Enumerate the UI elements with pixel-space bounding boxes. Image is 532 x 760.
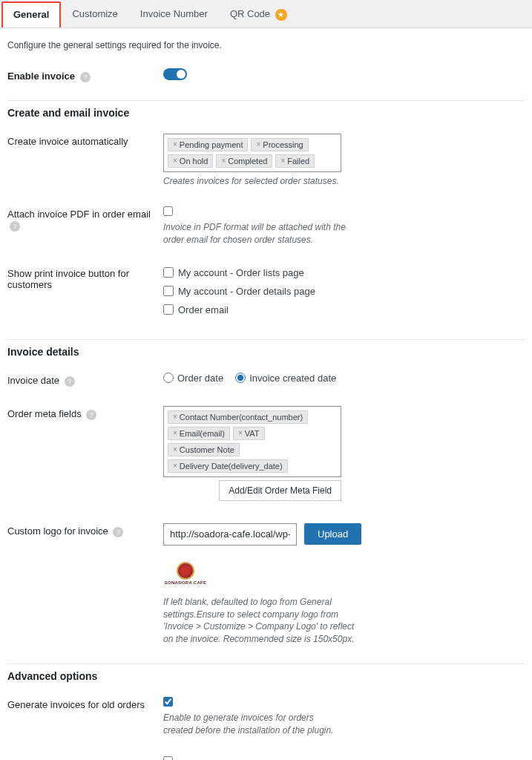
gen-old-checkbox[interactable]	[163, 697, 173, 707]
attach-pdf-helper: Invoice in PDF format will be attached w…	[163, 221, 349, 246]
close-icon[interactable]: ×	[173, 413, 177, 421]
close-icon[interactable]: ×	[173, 445, 177, 453]
help-icon[interactable]: ?	[86, 410, 96, 420]
custom-logo-label: Custom logo for invoice	[7, 525, 108, 537]
tabs-bar: General Customize Invoice Number QR Code…	[0, 0, 532, 28]
star-icon: ★	[275, 9, 287, 21]
attach-pdf-label: Attach invoice PDF in order email	[7, 209, 151, 220]
tag-delivery[interactable]: ×Delivery Date(delivery_date)	[168, 459, 288, 473]
close-icon[interactable]: ×	[173, 157, 177, 165]
custom-logo-helper: If left blank, defaulted to logo from Ge…	[163, 596, 356, 646]
gen-old-label: Generate invoices for old orders	[7, 697, 163, 710]
tab-qr-label: QR Code	[230, 8, 270, 19]
help-icon[interactable]: ?	[80, 72, 91, 82]
upload-button[interactable]: Upload	[304, 523, 361, 545]
show-print-orderdetails-label: My account - Order details page	[178, 286, 315, 297]
tag-vat[interactable]: ×VAT	[233, 427, 265, 440]
logo-preview: SONADORA CAFE	[163, 559, 525, 589]
tag-completed[interactable]: ×Completed	[216, 154, 272, 168]
logo-icon	[177, 562, 194, 580]
custom-logo-url-input[interactable]	[163, 523, 297, 546]
close-icon[interactable]: ×	[221, 157, 226, 165]
tab-qr-code[interactable]: QR Code ★	[219, 1, 298, 27]
tab-invoice-number[interactable]: Invoice Number	[129, 1, 219, 27]
order-meta-tags[interactable]: ×Contact Number(contact_number) ×Email(e…	[163, 406, 341, 477]
tag-email[interactable]: ×Email(email)	[168, 427, 230, 440]
gen-old-helper: Enable to generate invoices for orders c…	[163, 712, 334, 737]
show-print-orderlists-label: My account - Order lists page	[178, 267, 304, 278]
create-auto-helper: Creates invoices for selected order stat…	[163, 175, 349, 188]
help-icon[interactable]: ?	[10, 221, 20, 232]
tab-customize[interactable]: Customize	[61, 1, 128, 27]
invoice-date-label: Invoice date	[7, 375, 59, 386]
invoice-date-order-radio[interactable]	[163, 373, 174, 383]
create-auto-label: Create invoice automatically	[7, 134, 163, 147]
tag-contact[interactable]: ×Contact Number(contact_number)	[168, 410, 308, 424]
tag-processing[interactable]: ×Processing	[251, 138, 308, 151]
close-icon[interactable]: ×	[173, 462, 177, 470]
invoice-date-created-radio[interactable]	[235, 373, 246, 383]
show-print-orderemail-checkbox[interactable]	[163, 304, 174, 315]
attach-pdf-checkbox[interactable]	[163, 206, 173, 216]
section-create-email: Create and email invoice	[7, 101, 525, 119]
section-advanced: Advanced options	[7, 664, 525, 682]
section-invoice-details: Invoice details	[7, 340, 525, 358]
show-print-label: Show print invoice button for customers	[7, 266, 163, 290]
gen-free-label: Generate invoices for free orders	[7, 756, 163, 760]
tag-custnote[interactable]: ×Customer Note	[168, 443, 240, 456]
create-auto-tags[interactable]: ×Pending payment ×Processing ×On hold ×C…	[163, 134, 341, 172]
logo-text: SONADORA CAFE	[165, 580, 207, 585]
enable-invoice-label: Enable invoice	[7, 71, 75, 82]
close-icon[interactable]: ×	[238, 429, 243, 437]
close-icon[interactable]: ×	[173, 429, 177, 437]
gen-free-checkbox[interactable]	[163, 756, 173, 760]
enable-invoice-toggle[interactable]	[163, 68, 187, 80]
close-icon[interactable]: ×	[280, 157, 285, 165]
help-icon[interactable]: ?	[65, 376, 75, 387]
tag-pending[interactable]: ×Pending payment	[168, 138, 248, 151]
close-icon[interactable]: ×	[173, 140, 177, 148]
tag-onhold[interactable]: ×On hold	[168, 154, 213, 168]
invoice-date-order-label: Order date	[177, 373, 223, 384]
invoice-date-created-label: Invoice created date	[249, 373, 336, 384]
help-icon[interactable]: ?	[113, 527, 123, 537]
intro-text: Configure the general settings required …	[7, 40, 525, 50]
show-print-orderdetails-checkbox[interactable]	[163, 286, 174, 296]
order-meta-label: Order meta fields	[7, 408, 82, 419]
tag-failed[interactable]: ×Failed	[275, 154, 315, 168]
tab-general[interactable]: General	[1, 1, 61, 27]
show-print-orderemail-label: Order email	[178, 304, 229, 315]
close-icon[interactable]: ×	[256, 140, 260, 148]
show-print-orderlists-checkbox[interactable]	[163, 267, 174, 278]
add-order-meta-button[interactable]: Add/Edit Order Meta Field	[219, 480, 341, 501]
